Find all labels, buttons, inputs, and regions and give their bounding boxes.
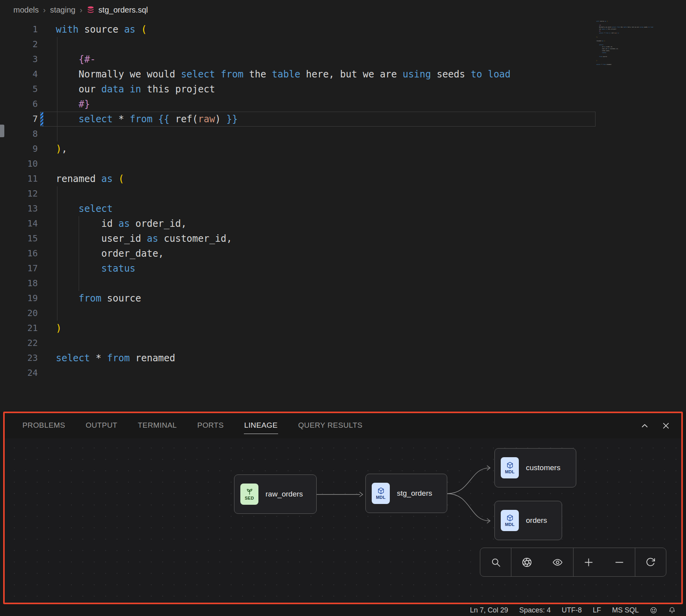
code-line[interactable]: 21): [0, 321, 596, 336]
code-line[interactable]: 23select * from renamed: [0, 351, 596, 366]
code-line[interactable]: 7 select * from {{ ref(raw) }}: [0, 112, 596, 127]
code-text[interactable]: [43, 366, 56, 381]
close-panel-button[interactable]: [661, 421, 671, 431]
code-text[interactable]: [43, 276, 56, 291]
code-line[interactable]: 11renamed as (: [0, 171, 596, 186]
copilot-icon[interactable]: [650, 607, 657, 614]
status-language-mode[interactable]: MS SQL: [612, 606, 639, 614]
code-line[interactable]: 24: [0, 366, 596, 381]
code-line[interactable]: 16 order_date,: [0, 246, 596, 261]
breadcrumb-item[interactable]: models: [13, 6, 39, 15]
code-text[interactable]: [43, 156, 56, 171]
code-text[interactable]: ),: [43, 142, 67, 156]
code-text[interactable]: {#-: [43, 52, 96, 67]
code-line[interactable]: 17 status: [0, 261, 596, 276]
status-eol[interactable]: LF: [593, 606, 601, 614]
code-line[interactable]: 20: [0, 306, 596, 321]
code-line[interactable]: 19 from source: [0, 291, 596, 306]
line-number[interactable]: 4: [0, 67, 38, 82]
line-number[interactable]: 2: [0, 37, 38, 52]
code-text[interactable]: Normally we would select from the table …: [43, 67, 511, 82]
collapse-panel-button[interactable]: [640, 421, 650, 431]
line-number[interactable]: 7: [0, 112, 38, 127]
breadcrumb-item[interactable]: staging: [50, 6, 76, 15]
status-indentation[interactable]: Spaces: 4: [519, 606, 551, 614]
code-text[interactable]: select: [43, 201, 113, 216]
line-number[interactable]: 19: [0, 291, 38, 306]
code-text[interactable]: id as order_id,: [43, 216, 186, 231]
line-number[interactable]: 14: [0, 216, 38, 231]
code-line[interactable]: 13 select: [0, 201, 596, 216]
code-text[interactable]: with source as (: [43, 22, 147, 37]
code-text[interactable]: #}: [43, 97, 90, 112]
code-line[interactable]: 6 #}: [0, 97, 596, 112]
line-number[interactable]: 23: [0, 351, 38, 366]
panel-tab-ports[interactable]: PORTS: [197, 418, 224, 434]
code-line[interactable]: 15 user_id as customer_id,: [0, 231, 596, 246]
code-text[interactable]: user_id as customer_id,: [43, 231, 232, 246]
line-number[interactable]: 15: [0, 231, 38, 246]
code-line[interactable]: 5 our data in this project: [0, 82, 596, 97]
line-number[interactable]: 5: [0, 82, 38, 97]
code-text[interactable]: from source: [43, 291, 141, 306]
line-number[interactable]: 22: [0, 336, 38, 351]
code-line[interactable]: 14 id as order_id,: [0, 216, 596, 231]
code-text[interactable]: select * from renamed: [43, 351, 175, 366]
search-button[interactable]: [480, 548, 511, 576]
code-text[interactable]: [43, 127, 56, 142]
line-number[interactable]: 3: [0, 52, 38, 67]
code-text[interactable]: renamed as (: [43, 171, 124, 186]
panel-tab-problems[interactable]: PROBLEMS: [22, 418, 66, 434]
lineage-node-stg_orders[interactable]: MDLstg_orders: [365, 474, 447, 513]
line-number[interactable]: 10: [0, 156, 38, 171]
lineage-node-orders[interactable]: MDLorders: [494, 501, 562, 540]
lineage-node-raw_orders[interactable]: SEDraw_orders: [234, 474, 317, 514]
panel-tab-output[interactable]: OUTPUT: [85, 418, 118, 434]
lineage-node-customers[interactable]: MDLcustomers: [494, 448, 576, 487]
code-text[interactable]: order_date,: [43, 246, 164, 261]
line-number[interactable]: 24: [0, 366, 38, 381]
code-line[interactable]: 18: [0, 276, 596, 291]
line-number[interactable]: 20: [0, 306, 38, 321]
code-line[interactable]: 3 {#-: [0, 52, 596, 67]
line-number[interactable]: 12: [0, 186, 38, 201]
code-text[interactable]: select * from {{ ref(raw) }}: [43, 112, 238, 127]
line-number[interactable]: 11: [0, 171, 38, 186]
code-line[interactable]: 12: [0, 186, 596, 201]
code-text[interactable]: [43, 186, 56, 201]
eye-button[interactable]: [542, 548, 573, 576]
lineage-canvas[interactable]: SEDraw_ordersMDLstg_ordersMDLcustomersMD…: [5, 438, 681, 603]
status-encoding[interactable]: UTF-8: [562, 606, 582, 614]
refresh-button[interactable]: [635, 548, 666, 576]
line-number[interactable]: 21: [0, 321, 38, 336]
panel-tab-terminal[interactable]: TERMINAL: [137, 418, 177, 434]
code-text[interactable]: ): [43, 321, 61, 336]
line-number[interactable]: 16: [0, 246, 38, 261]
code-line[interactable]: 2: [0, 37, 596, 52]
line-number[interactable]: 13: [0, 201, 38, 216]
status-cursor-position[interactable]: Ln 7, Col 29: [470, 606, 508, 614]
line-number[interactable]: 8: [0, 127, 38, 142]
code-text[interactable]: [43, 336, 56, 351]
line-number[interactable]: 18: [0, 276, 38, 291]
line-number[interactable]: 17: [0, 261, 38, 276]
breadcrumb-file[interactable]: stg_orders.sql: [87, 6, 148, 15]
code-text[interactable]: [43, 37, 56, 52]
minimap[interactable]: with source as ( {#- Normally we would s…: [596, 20, 666, 72]
code-line[interactable]: 4 Normally we would select from the tabl…: [0, 67, 596, 82]
zoom-in-button[interactable]: [573, 548, 604, 576]
code-line[interactable]: 8: [0, 127, 596, 142]
panel-tab-query-results[interactable]: QUERY RESULTS: [298, 418, 363, 434]
code-line[interactable]: 1with source as (: [0, 22, 596, 37]
panel-tab-lineage[interactable]: LINEAGE: [244, 418, 278, 434]
code-line[interactable]: 9),: [0, 142, 596, 156]
line-number[interactable]: 1: [0, 22, 38, 37]
line-number[interactable]: 9: [0, 142, 38, 156]
aperture-button[interactable]: [511, 548, 542, 576]
code-line[interactable]: 22: [0, 336, 596, 351]
editor[interactable]: 1with source as (23 {#-4 Normally we wou…: [0, 20, 686, 412]
code-text[interactable]: our data in this project: [43, 82, 215, 97]
line-number[interactable]: 6: [0, 97, 38, 112]
notifications-bell-icon[interactable]: [668, 607, 676, 614]
zoom-out-button[interactable]: [604, 548, 635, 576]
